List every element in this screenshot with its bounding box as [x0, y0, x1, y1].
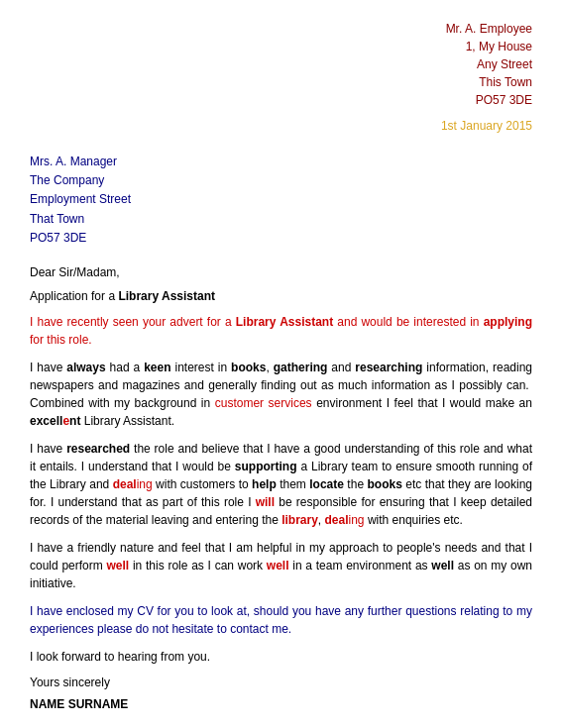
paragraph-1: I have recently seen your advert for a L… [30, 313, 532, 349]
recipient-name: Mrs. A. Manager [30, 153, 532, 171]
paragraph-4: I have a friendly nature and feel that I… [30, 539, 532, 592]
closing: Yours sincerely [30, 676, 532, 689]
paragraph-5: I have enclosed my CV for you to look at… [30, 602, 532, 638]
letter-date: 1st January 2015 [30, 119, 532, 133]
sender-full-name: NAME SURNAME [30, 697, 532, 711]
sender-name: Mr. A. Employee [30, 20, 532, 38]
recipient-town: That Town [30, 210, 532, 229]
subject-highlight: Library Assistant [118, 289, 215, 303]
paragraph-6: I look forward to hearing from you. [30, 648, 532, 666]
sender-address: Mr. A. Employee 1, My House Any Street T… [30, 20, 532, 109]
sender-address2: Any Street [30, 55, 532, 73]
sender-address1: 1, My House [30, 38, 532, 55]
paragraph-3: I have researched the role and believe t… [30, 440, 532, 529]
recipient-postcode: PO57 3DE [30, 229, 532, 248]
recipient-company: The Company [30, 171, 532, 190]
subject-line: Application for a Library Assistant [30, 289, 532, 303]
paragraph-2: I have always had a keen interest in boo… [30, 359, 532, 430]
recipient-street: Employment Street [30, 190, 532, 209]
sender-postcode: PO57 3DE [30, 91, 532, 109]
sender-address3: This Town [30, 73, 532, 91]
recipient-address: Mrs. A. Manager The Company Employment S… [30, 153, 532, 248]
salutation: Dear Sir/Madam, [30, 265, 532, 279]
